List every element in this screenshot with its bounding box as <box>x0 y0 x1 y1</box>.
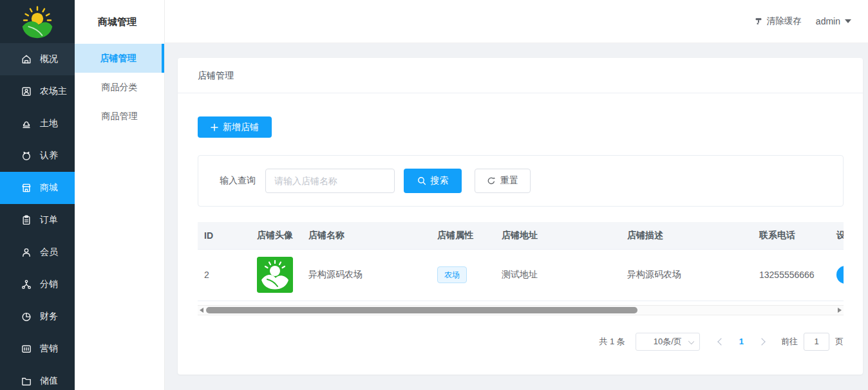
pagination: 共 1 条 10条/页 1 前往 页 <box>198 333 844 351</box>
refresh-icon <box>487 176 496 185</box>
current-page-number[interactable]: 1 <box>739 337 744 346</box>
search-panel: 输入查询 搜索 重置 <box>198 155 844 207</box>
col-header-description: 店铺描述 <box>621 222 753 249</box>
farm-sun-leaf-logo <box>17 5 57 39</box>
cell-shop-avatar <box>250 249 302 301</box>
adopt-animal-icon <box>21 150 32 162</box>
home-icon <box>21 53 32 65</box>
col-header-avatar: 店铺头像 <box>250 222 302 249</box>
username: admin <box>816 16 840 26</box>
sidebar-item-land[interactable]: 土地 <box>0 107 75 140</box>
plus-icon <box>211 124 218 131</box>
page-size-value: 10条/页 <box>654 336 682 348</box>
member-user-icon <box>21 246 32 258</box>
horizontal-scrollbar[interactable] <box>198 305 844 315</box>
cell-shop-attribute: 农场 <box>431 249 495 301</box>
sidebar-item-finance[interactable]: 财务 <box>0 301 75 333</box>
sidebar-item-label: 商城 <box>40 182 58 194</box>
shop-name-search-input[interactable] <box>265 169 395 193</box>
add-shop-label: 新增店铺 <box>223 122 259 133</box>
goto-label: 前往 <box>781 336 798 348</box>
submenu-item-goods-category[interactable]: 商品分类 <box>75 73 164 102</box>
submenu-item-goods-management[interactable]: 商品管理 <box>75 102 164 131</box>
shops-table: ID 店铺头像 店铺名称 店铺属性 店铺地址 店铺描述 联系电话 设 <box>198 222 844 301</box>
primary-nav: 概况 农场主 土地 认养 <box>0 43 75 390</box>
goto-page-input[interactable] <box>804 333 829 351</box>
sidebar-item-label: 储值 <box>40 375 58 387</box>
card-title: 店铺管理 <box>178 58 863 93</box>
sidebar-item-label: 农场主 <box>40 86 67 97</box>
page-size-select[interactable]: 10条/页 <box>636 333 700 351</box>
clear-cache-label: 清除缓存 <box>767 15 802 27</box>
col-header-id: ID <box>198 222 250 249</box>
cell-shop-settings <box>830 249 844 301</box>
mall-store-icon <box>21 182 32 194</box>
finance-pie-icon <box>21 311 32 322</box>
submenu-item-shop-management[interactable]: 店铺管理 <box>75 44 164 73</box>
total-count-label: 共 1 条 <box>599 336 625 348</box>
shop-management-card: 店铺管理 新增店铺 输入查询 搜索 <box>178 58 863 375</box>
status-toggle[interactable] <box>836 266 844 284</box>
search-button[interactable]: 搜索 <box>404 169 462 193</box>
marketing-icon <box>21 343 32 355</box>
order-clipboard-icon <box>21 214 32 226</box>
table-row: 2 <box>198 249 844 301</box>
land-stamp-icon <box>21 118 32 129</box>
cell-shop-name: 异构源码农场 <box>302 249 431 301</box>
stored-value-folder-icon <box>21 375 32 387</box>
page-suffix-label: 页 <box>835 336 844 348</box>
scroll-left-arrow-icon[interactable] <box>200 308 203 313</box>
sidebar-item-members[interactable]: 会员 <box>0 236 75 268</box>
chevron-down-icon <box>845 19 851 26</box>
sidebar-item-overview[interactable]: 概况 <box>0 43 75 75</box>
sidebar-item-label: 营销 <box>40 343 58 355</box>
search-field-label: 输入查询 <box>220 175 256 187</box>
attribute-tag: 农场 <box>437 266 467 283</box>
sidebar-item-label: 会员 <box>40 246 58 258</box>
prev-page-icon[interactable] <box>717 338 724 345</box>
topbar: 清除缓存 admin <box>165 0 868 43</box>
sidebar-item-label: 土地 <box>40 118 58 129</box>
reset-button-label: 重置 <box>500 175 518 187</box>
reset-button[interactable]: 重置 <box>475 169 531 193</box>
cell-shop-phone: 13255556666 <box>753 249 830 301</box>
add-shop-button[interactable]: 新增店铺 <box>198 116 272 138</box>
cell-shop-description: 异构源码农场 <box>621 249 753 301</box>
col-header-address: 店铺地址 <box>495 222 621 249</box>
clear-cache-button[interactable]: 清除缓存 <box>754 15 802 27</box>
scrollbar-thumb[interactable] <box>206 307 637 313</box>
sidebar-item-adoption[interactable]: 认养 <box>0 140 75 172</box>
search-button-label: 搜索 <box>431 175 449 187</box>
next-page-icon[interactable] <box>758 338 765 345</box>
submenu-title: 商城管理 <box>75 0 164 44</box>
sidebar-item-mall[interactable]: 商城 <box>0 172 75 204</box>
content-area: 店铺管理 新增店铺 输入查询 搜索 <box>165 43 868 390</box>
col-header-phone: 联系电话 <box>753 222 830 249</box>
scroll-right-arrow-icon[interactable] <box>838 308 842 313</box>
clear-cache-broom-icon <box>754 17 763 26</box>
shop-avatar-image <box>257 257 293 293</box>
cell-shop-id: 2 <box>198 249 250 301</box>
sidebar-item-farmer[interactable]: 农场主 <box>0 75 75 107</box>
card-body: 新增店铺 输入查询 搜索 重置 <box>178 93 863 351</box>
shops-table-viewport: ID 店铺头像 店铺名称 店铺属性 店铺地址 店铺描述 联系电话 设 <box>198 222 844 301</box>
app-root: 概况 农场主 土地 认养 <box>0 0 868 390</box>
sidebar-item-label: 概况 <box>40 53 58 65</box>
user-dropdown[interactable]: admin <box>816 16 851 26</box>
cell-shop-address: 测试地址 <box>495 249 621 301</box>
table-header-row: ID 店铺头像 店铺名称 店铺属性 店铺地址 店铺描述 联系电话 设 <box>198 222 844 249</box>
search-icon <box>417 176 426 185</box>
main-area: 清除缓存 admin 店铺管理 新增店铺 输入查询 <box>165 0 868 390</box>
chevron-down-icon <box>688 338 694 344</box>
primary-sidebar: 概况 农场主 土地 认养 <box>0 0 75 390</box>
col-header-name: 店铺名称 <box>302 222 431 249</box>
sidebar-item-marketing[interactable]: 营销 <box>0 333 75 365</box>
sidebar-item-orders[interactable]: 订单 <box>0 204 75 236</box>
sidebar-item-distribution[interactable]: 分销 <box>0 268 75 301</box>
sidebar-item-label: 财务 <box>40 311 58 322</box>
col-header-settings: 设 <box>830 222 844 249</box>
distribution-share-icon <box>21 279 32 290</box>
sidebar-item-stored-value[interactable]: 储值 <box>0 365 75 390</box>
sidebar-item-label: 分销 <box>40 279 58 290</box>
sidebar-item-label: 认养 <box>40 150 58 162</box>
